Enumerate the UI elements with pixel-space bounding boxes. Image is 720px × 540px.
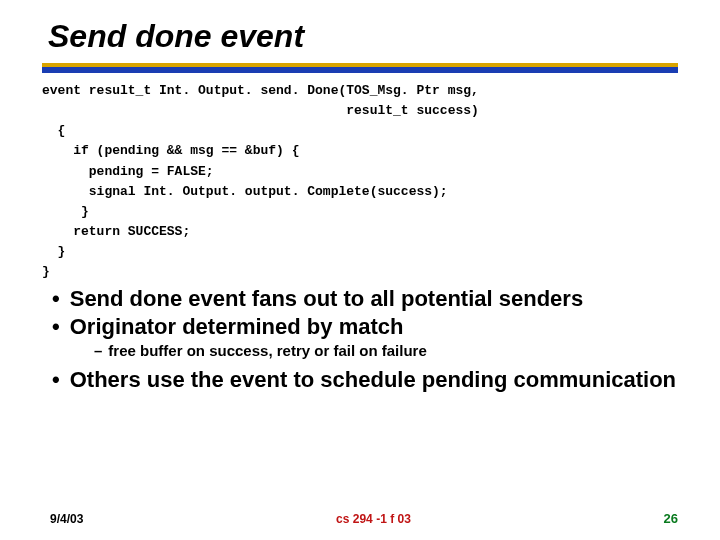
bullet-mark: • xyxy=(52,314,60,339)
list-item: • Send done event fans out to all potent… xyxy=(42,286,678,311)
bullet-text: Send done event fans out to all potentia… xyxy=(70,286,583,311)
list-item: • Originator determined by match xyxy=(42,314,678,339)
list-item: • Others use the event to schedule pendi… xyxy=(42,367,678,392)
footer-course: cs 294 -1 f 03 xyxy=(336,512,411,526)
bullet-text: Others use the event to schedule pending… xyxy=(70,367,676,392)
slide-title: Send done event xyxy=(48,18,720,55)
code-snippet: event result_t Int. Output. send. Done(T… xyxy=(42,81,678,282)
divider xyxy=(42,63,678,73)
footer: 9/4/03 cs 294 -1 f 03 26 xyxy=(0,511,720,526)
dash-mark: – xyxy=(94,342,102,359)
bullet-list: • Send done event fans out to all potent… xyxy=(42,286,678,392)
bullet-text: Originator determined by match xyxy=(70,314,404,339)
bullet-mark: • xyxy=(52,367,60,392)
sub-bullet-text: free buffer on success, retry or fail on… xyxy=(108,342,426,359)
page-number: 26 xyxy=(664,511,678,526)
footer-date: 9/4/03 xyxy=(50,512,83,526)
sub-list-item: – free buffer on success, retry or fail … xyxy=(94,342,678,359)
bullet-mark: • xyxy=(52,286,60,311)
